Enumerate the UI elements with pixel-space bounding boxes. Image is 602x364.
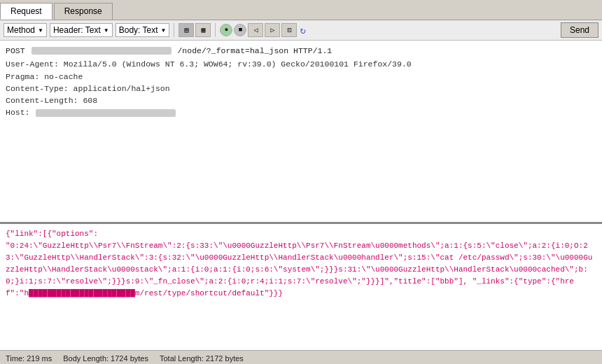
http-method: POST xyxy=(6,46,25,55)
header-label: Header: Text xyxy=(53,25,101,35)
host-header: Host: xyxy=(6,106,596,118)
go-btn[interactable]: ● xyxy=(220,24,232,36)
total-length-status: Total Length: 2172 bytes xyxy=(160,354,244,363)
separator-2 xyxy=(215,23,216,37)
content-type-header: Content-Type: application/hal+json xyxy=(6,83,596,94)
method-select[interactable]: Method ▼ xyxy=(4,23,47,37)
stop-btn[interactable]: ■ xyxy=(234,24,246,36)
separator-1 xyxy=(174,23,174,37)
send-button[interactable]: Send xyxy=(561,22,598,38)
action-btn-2[interactable]: ▷ xyxy=(265,23,280,37)
main-content: POST /node/?_format=hal_json HTTP/1.1 Us… xyxy=(0,41,602,350)
user-agent-header: User-Agent: Mozilla/5.0 (Windows NT 6.3;… xyxy=(6,58,596,70)
view-btn-2[interactable]: ▦ xyxy=(195,23,211,37)
body-length-status: Body Length: 1724 bytes xyxy=(63,354,148,363)
header-select[interactable]: Header: Text ▼ xyxy=(50,23,113,37)
method-arrow-icon: ▼ xyxy=(38,27,43,34)
header-arrow-icon: ▼ xyxy=(104,27,109,34)
action-buttons: ● ■ ◁ ▷ ⊡ ↻ xyxy=(220,23,305,37)
body-arrow-icon: ▼ xyxy=(161,27,167,34)
body-label: Body: Text xyxy=(119,25,158,35)
response-panel: {"link":[{"options": "0:24:\"GuzzleHttp\… xyxy=(0,224,602,350)
tab-response[interactable]: Response xyxy=(54,3,113,20)
view-btn-1[interactable]: ▤ xyxy=(178,23,194,37)
host-redacted xyxy=(36,109,176,117)
http-protocol: /node/?_format=hal_json HTTP/1.1 xyxy=(177,46,332,55)
toolbar: Method ▼ Header: Text ▼ Body: Text ▼ ▤ ▦… xyxy=(0,20,602,41)
method-label: Method xyxy=(7,25,35,35)
tab-bar: Request Response xyxy=(0,0,602,20)
request-line: POST /node/?_format=hal_json HTTP/1.1 xyxy=(6,45,596,57)
action-btn-3[interactable]: ⊡ xyxy=(281,23,297,37)
status-bar: Time: 219 ms Body Length: 1724 bytes Tot… xyxy=(0,350,602,364)
action-btn-1[interactable]: ◁ xyxy=(248,23,263,37)
time-status: Time: 219 ms xyxy=(6,354,52,363)
refresh-icon[interactable]: ↻ xyxy=(300,24,305,36)
url-redacted xyxy=(31,47,172,55)
pragma-header: Pragma: no-cache xyxy=(6,71,596,83)
body-select[interactable]: Body: Text ▼ xyxy=(115,23,170,37)
tab-request[interactable]: Request xyxy=(0,3,52,20)
view-buttons: ▤ ▦ xyxy=(178,23,211,37)
content-length-header: Content-Length: 608 xyxy=(6,94,596,106)
request-panel: POST /node/?_format=hal_json HTTP/1.1 Us… xyxy=(0,41,602,224)
